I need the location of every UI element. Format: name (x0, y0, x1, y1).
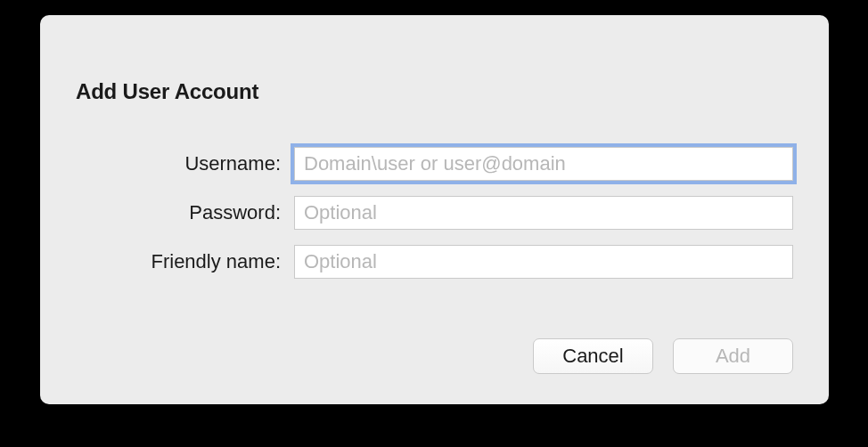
cancel-button[interactable]: Cancel (533, 338, 653, 374)
dialog-title: Add User Account (76, 79, 258, 104)
username-label: Username: (40, 152, 294, 175)
password-row: Password: (40, 196, 829, 230)
friendly-name-label: Friendly name: (40, 250, 294, 273)
add-button[interactable]: Add (673, 338, 793, 374)
friendly-name-row: Friendly name: (40, 245, 829, 279)
password-label: Password: (40, 201, 294, 224)
username-input[interactable] (294, 147, 793, 181)
password-input[interactable] (294, 196, 793, 230)
button-bar: Cancel Add (533, 338, 793, 374)
add-user-account-dialog: Add User Account Username: Password: Fri… (40, 15, 829, 404)
friendly-name-input[interactable] (294, 245, 793, 279)
username-row: Username: (40, 147, 829, 181)
form: Username: Password: Friendly name: (40, 147, 829, 294)
